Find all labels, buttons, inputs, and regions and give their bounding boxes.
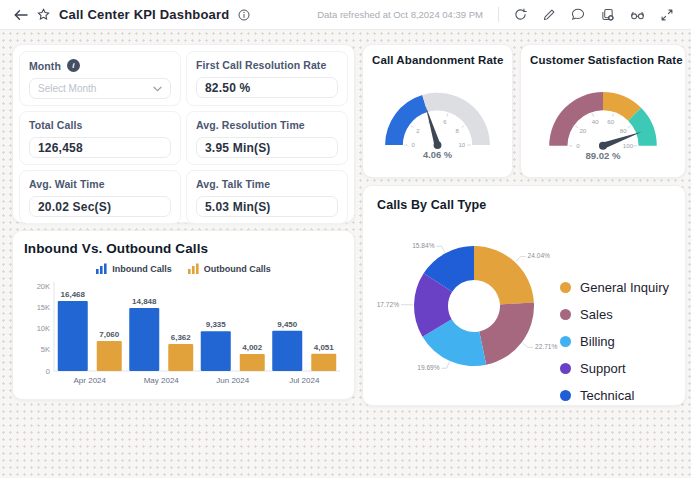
copy-icon[interactable] [601,8,614,21]
legend-label: Outbound Calls [204,264,271,274]
y-axis-label: 10K [37,324,50,333]
gauge-tick [628,126,631,128]
y-axis-label: 15K [37,303,50,312]
kpi-label: Total Calls [29,119,171,131]
bar [168,344,193,371]
gauge-tick-label: 10 [459,142,466,148]
gauge-tick-label: 6 [443,119,447,125]
bar [201,331,231,371]
kpi-label: Avg. Talk Time [196,178,338,190]
donut-label-line [522,343,533,347]
gauge-tick [411,126,414,128]
legend-item-outbound[interactable]: Outbound Calls [188,263,271,274]
calls-by-type-title: Calls By Call Type [377,198,671,212]
bar-value-label: 14,848 [132,297,157,306]
legend-dot [560,390,571,401]
gauge-tick [612,113,613,116]
kpi-label: First Call Resolution Rate [196,59,338,71]
views-icon[interactable] [630,9,645,21]
data-refreshed-text: Data refreshed at Oct 8,2024 04:39 PM [317,9,483,20]
legend-item-technical[interactable]: Technical [560,388,669,403]
donut-percent-label: 22.71% [535,343,558,350]
month-select[interactable]: Select Month [29,78,171,99]
month-info-icon[interactable]: i [67,59,80,72]
kpi-tile-avg-wait: Avg. Wait Time 20.02 Sec(S) [19,170,181,224]
month-filter-tile: Month i Select Month [19,51,181,106]
legend-label: Sales [580,307,613,322]
kpi-tile-total-calls: Total Calls 126,458 [19,111,181,165]
bar-chart-legend: Inbound Calls Outbound Calls [24,263,343,274]
fullscreen-icon[interactable] [661,9,673,21]
month-label: Month i [29,59,171,72]
bar [240,354,265,371]
minibar-icon [96,263,107,274]
satisfaction-rate-card: Customer Satisfaction Rate 0204060801008… [520,44,686,178]
legend-dot [560,309,571,320]
bar-value-label: 16,468 [61,290,86,299]
kpi-value: 3.95 Min(S) [196,137,338,158]
month-label-text: Month [29,60,61,72]
refresh-icon[interactable] [514,8,527,21]
legend-label: Technical [580,388,634,403]
kpi-value: 20.02 Sec(S) [29,196,171,217]
gauge-needle-pivot [599,142,607,150]
bar [129,308,159,371]
kpi-value: 5.03 Min(S) [196,196,338,217]
gauge-tick-label: 8 [456,128,460,134]
legend-label: Billing [580,334,615,349]
kpi-stats-card: Month i Select Month First Call Resoluti… [12,44,355,223]
kpi-tile-avg-talk: Avg. Talk Time 5.03 Min(S) [186,170,348,224]
comment-icon[interactable] [571,8,585,21]
legend-dot [560,282,571,293]
donut-percent-label: 17.72% [377,301,400,308]
legend-item-billing[interactable]: Billing [560,334,669,349]
month-select-placeholder: Select Month [38,83,96,94]
satisfaction-rate-title: Customer Satisfaction Rate [530,54,676,66]
abandonment-rate-title: Call Abandonment Rate [372,54,503,66]
gauge-tick [575,126,578,128]
kpi-tile-fcr: First Call Resolution Rate 82.50 % [186,51,348,106]
bar-value-label: 9,450 [277,320,298,329]
legend-label: General Inquiry [580,280,669,295]
dashboard-canvas: Month i Select Month First Call Resoluti… [0,30,691,478]
header-divider [498,7,499,22]
gauge-tick-label: 0 [412,142,416,148]
gauge-segment [422,93,490,145]
x-axis-label: Apr 2024 [74,376,107,385]
legend-item-sales[interactable]: Sales [560,307,669,322]
gauge-tick-label: 100 [623,142,634,149]
back-icon[interactable] [14,9,28,21]
gauge-tick-label: 2 [416,128,420,134]
legend-label: Inbound Calls [112,264,172,274]
x-axis-label: Jul 2024 [289,376,320,385]
y-axis-label: 5K [41,345,50,354]
bar-value-label: 7,060 [99,330,120,339]
star-icon[interactable] [37,8,50,21]
page-title: Call Center KPI Dashboard [59,7,229,22]
donut-label-line [516,256,526,261]
info-icon[interactable] [238,9,250,21]
legend-item-general-inquiry[interactable]: General Inquiry [560,280,669,295]
legend-item-support[interactable]: Support [560,361,669,376]
gauge-tick [592,113,593,116]
y-axis-label: 0 [46,367,50,376]
gauge-tick-label: 80 [620,127,627,134]
kpi-tile-avg-resolution: Avg. Resolution Time 3.95 Min(S) [186,111,348,165]
edit-icon[interactable] [543,9,555,21]
legend-item-inbound[interactable]: Inbound Calls [96,263,172,274]
gauge-tick-label: 20 [579,127,586,134]
donut-slice [479,302,534,364]
legend-dot [560,363,571,374]
calls-by-type-legend: General Inquiry Sales Billing Support Te… [560,280,669,403]
gauge-tick-label: 60 [607,118,614,125]
y-axis-label: 20K [37,282,50,291]
gauge-value-label: 4.06 % [423,150,453,160]
bar-value-label: 9,335 [206,320,227,329]
satisfaction-gauge-chart: 02040608010089.02 % [530,69,676,166]
header-actions [514,8,677,21]
kpi-label: Avg. Wait Time [29,178,171,190]
legend-dot [560,336,571,347]
donut-slice [474,246,534,304]
calls-by-type-donut-chart: 24.04%22.71%19.69%17.72%15.84% [371,214,589,390]
abandonment-rate-card: Call Abandonment Rate 02468104.06 % [362,44,513,178]
